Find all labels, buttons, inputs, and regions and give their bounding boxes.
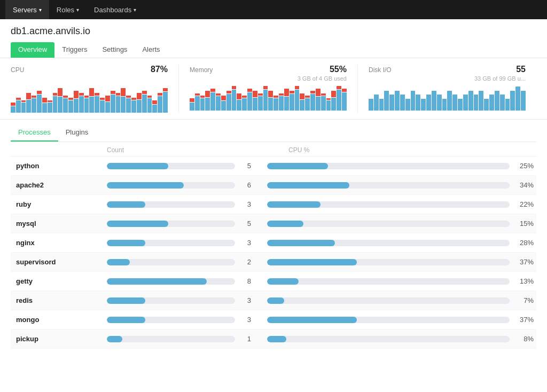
- bar-group: [279, 93, 284, 111]
- metric-sub: 33 GB of 99 GB u...: [369, 75, 526, 82]
- table-row: apache2634%: [11, 176, 536, 195]
- bar-red: [53, 93, 58, 96]
- bar-group: [74, 91, 79, 113]
- bar-blue: [152, 105, 157, 113]
- cpu-percentage: 7%: [510, 296, 536, 304]
- bar-red: [247, 89, 252, 92]
- table-row: pickup18%: [11, 330, 536, 349]
- bar-blue: [74, 99, 79, 113]
- tab-settings[interactable]: Settings: [95, 42, 135, 58]
- bar-blue: [416, 95, 420, 111]
- bar-blue: [242, 98, 247, 111]
- metric-label: CPU: [11, 66, 24, 74]
- bar-blue: [337, 90, 341, 111]
- process-name: pickup: [11, 335, 107, 343]
- metric-value: 87%: [151, 65, 168, 74]
- bar-group: [489, 95, 494, 111]
- process-name: nginx: [11, 239, 107, 247]
- bar-group: [158, 93, 162, 113]
- sub-tab-processes[interactable]: Processes: [11, 124, 58, 142]
- table-row: nginx328%: [11, 233, 536, 253]
- cpu-progress-bar: [267, 336, 510, 342]
- bar-red: [195, 93, 200, 96]
- bar-blue: [342, 92, 347, 111]
- count-number: 3: [235, 200, 256, 208]
- count-progress-bar: [107, 317, 235, 323]
- chevron-down-icon: ▾: [134, 7, 136, 13]
- bar-group: [258, 93, 263, 111]
- bar-blue: [126, 98, 131, 113]
- count-progress-fill: [107, 297, 145, 304]
- bar-blue: [426, 95, 431, 111]
- bar-red: [74, 91, 79, 98]
- count-number: 3: [235, 316, 256, 324]
- process-name: apache2: [11, 181, 107, 189]
- bar-blue: [452, 95, 457, 111]
- process-rows: python525%apache2634%ruby322%mysql515%ng…: [11, 156, 536, 349]
- bar-group: [95, 93, 99, 113]
- count-number: 6: [235, 181, 256, 189]
- nav-servers[interactable]: Servers ▾: [5, 0, 49, 19]
- count-number: 3: [235, 239, 256, 247]
- bar-blue: [205, 98, 210, 111]
- process-name: python: [11, 162, 107, 170]
- process-name: ruby: [11, 200, 107, 208]
- cpu-progress-bar: [267, 163, 510, 169]
- bar-group: [100, 98, 105, 113]
- tab-overview[interactable]: Overview: [11, 42, 54, 58]
- bar-group: [284, 89, 289, 111]
- metric-cpu: CPU87%: [11, 65, 178, 113]
- bar-blue: [484, 99, 489, 111]
- bar-group: [142, 91, 147, 113]
- bar-group: [105, 96, 110, 113]
- bar-group: [437, 95, 442, 111]
- bar-group: [479, 91, 483, 111]
- bar-blue: [48, 103, 52, 113]
- count-progress-fill: [107, 278, 207, 285]
- bar-red: [26, 93, 31, 99]
- bar-group: [237, 93, 241, 111]
- sub-tab-plugins[interactable]: Plugins: [58, 124, 96, 142]
- bar-blue: [505, 99, 510, 111]
- bar-red: [32, 96, 36, 98]
- bar-blue: [258, 96, 263, 111]
- bar-group: [300, 93, 304, 111]
- bar-red: [295, 86, 300, 89]
- bar-group: [510, 91, 515, 111]
- bar-blue: [521, 91, 526, 111]
- bar-blue: [89, 97, 94, 113]
- bar-group: [342, 89, 347, 111]
- metric-value: 55: [516, 65, 526, 74]
- count-progress-fill: [107, 336, 122, 342]
- count-progress-bar: [107, 336, 235, 342]
- chart-bars: [190, 84, 347, 111]
- bar-blue: [447, 91, 452, 111]
- bar-group: [321, 93, 326, 111]
- bar-blue: [489, 95, 494, 111]
- bar-blue: [437, 95, 442, 111]
- nav-roles[interactable]: Roles ▾: [49, 0, 87, 19]
- bar-group: [442, 99, 447, 111]
- bar-blue: [53, 96, 58, 113]
- bar-blue: [268, 98, 273, 111]
- bar-group: [84, 96, 89, 113]
- nav-dashboards[interactable]: Dashboards ▾: [87, 0, 144, 19]
- bar-blue: [263, 90, 268, 111]
- bar-red: [58, 88, 62, 96]
- bar-group: [426, 95, 431, 111]
- sub-tabs: Processes Plugins: [11, 120, 536, 142]
- bar-group: [200, 96, 205, 111]
- table-row: python525%: [11, 156, 536, 176]
- table-row: ruby322%: [11, 195, 536, 214]
- bar-blue: [284, 97, 289, 111]
- count-number: 5: [235, 162, 256, 170]
- cpu-progress-fill: [267, 221, 303, 227]
- bar-group: [310, 91, 315, 111]
- tab-alerts[interactable]: Alerts: [135, 42, 167, 58]
- cpu-progress-bar: [267, 221, 510, 227]
- cpu-progress-fill: [267, 278, 299, 285]
- bar-blue: [305, 98, 310, 111]
- table-header: Count CPU %: [11, 142, 536, 156]
- tab-triggers[interactable]: Triggers: [54, 42, 95, 58]
- cpu-progress-fill: [267, 336, 286, 342]
